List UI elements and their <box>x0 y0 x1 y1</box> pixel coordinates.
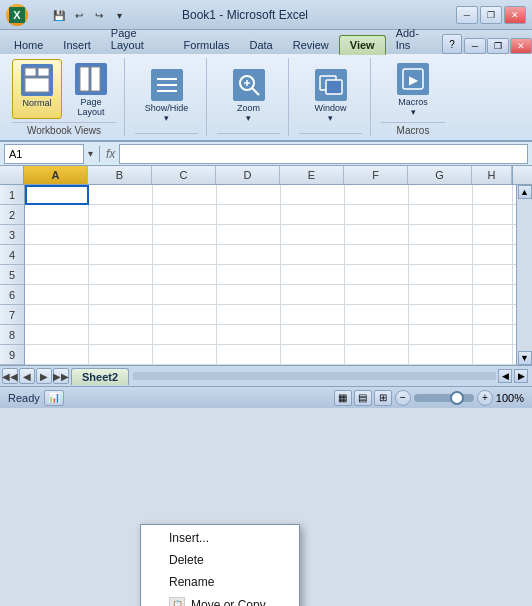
cell-c9[interactable] <box>153 345 217 365</box>
cell-g7[interactable] <box>409 305 473 325</box>
sheet-nav-last[interactable]: ▶▶ <box>53 368 69 384</box>
tab-formulas[interactable]: Formulas <box>174 36 240 54</box>
cell-a4[interactable] <box>25 245 89 265</box>
cell-h7[interactable] <box>473 305 513 325</box>
row-header-9[interactable]: 9 <box>0 345 24 365</box>
cell-f9[interactable] <box>345 345 409 365</box>
h-scroll-left[interactable]: ◀ <box>498 369 512 383</box>
cell-g3[interactable] <box>409 225 473 245</box>
tab-page-layout[interactable]: Page Layout <box>101 24 174 54</box>
cell-a1[interactable] <box>25 185 89 205</box>
cell-h3[interactable] <box>473 225 513 245</box>
menu-item-insert[interactable]: Insert... <box>141 527 299 549</box>
zoom-out-button[interactable]: − <box>395 390 411 406</box>
macros-button[interactable]: ▶ Macros ▾ <box>388 59 438 119</box>
minimize-button[interactable]: ─ <box>456 6 478 24</box>
zoom-slider-thumb[interactable] <box>450 391 464 405</box>
cell-a6[interactable] <box>25 285 89 305</box>
close-button[interactable]: ✕ <box>504 6 526 24</box>
normal-view-small-btn[interactable]: ▦ <box>334 390 352 406</box>
cell-b9[interactable] <box>89 345 153 365</box>
cell-g2[interactable] <box>409 205 473 225</box>
status-bar-icon[interactable]: 📊 <box>44 390 64 406</box>
name-box[interactable]: A1 <box>4 144 84 164</box>
cell-e9[interactable] <box>281 345 345 365</box>
zoom-slider[interactable] <box>414 394 474 402</box>
formula-expand-button[interactable]: ▾ <box>88 148 93 159</box>
window-button[interactable]: Window ▾ <box>306 65 356 125</box>
tab-data[interactable]: Data <box>239 36 282 54</box>
cell-c1[interactable] <box>153 185 217 205</box>
cell-d7[interactable] <box>217 305 281 325</box>
cell-b7[interactable] <box>89 305 153 325</box>
save-qa-button[interactable]: 💾 <box>50 6 68 24</box>
redo-qa-button[interactable]: ↪ <box>90 6 108 24</box>
cell-d3[interactable] <box>217 225 281 245</box>
cell-g9[interactable] <box>409 345 473 365</box>
cell-h6[interactable] <box>473 285 513 305</box>
cell-g4[interactable] <box>409 245 473 265</box>
ribbon-close-button[interactable]: ✕ <box>510 38 532 54</box>
cell-a7[interactable] <box>25 305 89 325</box>
h-scroll-track[interactable] <box>133 372 496 380</box>
tab-review[interactable]: Review <box>283 36 339 54</box>
cell-d9[interactable] <box>217 345 281 365</box>
cell-d8[interactable] <box>217 325 281 345</box>
cell-c7[interactable] <box>153 305 217 325</box>
tab-insert[interactable]: Insert <box>53 36 101 54</box>
cell-c4[interactable] <box>153 245 217 265</box>
undo-qa-button[interactable]: ↩ <box>70 6 88 24</box>
normal-view-button[interactable]: Normal <box>12 59 62 119</box>
cell-e2[interactable] <box>281 205 345 225</box>
row-header-6[interactable]: 6 <box>0 285 24 305</box>
cell-f4[interactable] <box>345 245 409 265</box>
col-header-f[interactable]: F <box>344 166 408 184</box>
zoom-in-button[interactable]: + <box>477 390 493 406</box>
row-header-4[interactable]: 4 <box>0 245 24 265</box>
cell-a8[interactable] <box>25 325 89 345</box>
page-layout-view-button[interactable]: Page Layout <box>66 59 116 119</box>
page-layout-small-btn[interactable]: ▤ <box>354 390 372 406</box>
vertical-scrollbar[interactable]: ▲ ▼ <box>516 185 532 365</box>
sheet-tab-sheet2[interactable]: Sheet2 <box>71 368 129 385</box>
cell-g8[interactable] <box>409 325 473 345</box>
cell-f8[interactable] <box>345 325 409 345</box>
cell-g6[interactable] <box>409 285 473 305</box>
cell-g5[interactable] <box>409 265 473 285</box>
page-break-small-btn[interactable]: ⊞ <box>374 390 392 406</box>
cell-h4[interactable] <box>473 245 513 265</box>
h-scroll-right[interactable]: ▶ <box>514 369 528 383</box>
cell-b6[interactable] <box>89 285 153 305</box>
cell-f6[interactable] <box>345 285 409 305</box>
tab-addins[interactable]: Add-Ins <box>386 24 438 54</box>
scroll-up-button[interactable]: ▲ <box>518 185 532 199</box>
cell-h1[interactable] <box>473 185 513 205</box>
row-header-8[interactable]: 8 <box>0 325 24 345</box>
sheet-nav-first[interactable]: ◀◀ <box>2 368 18 384</box>
row-header-3[interactable]: 3 <box>0 225 24 245</box>
cell-e5[interactable] <box>281 265 345 285</box>
cell-e8[interactable] <box>281 325 345 345</box>
cell-d6[interactable] <box>217 285 281 305</box>
cell-b3[interactable] <box>89 225 153 245</box>
col-header-b[interactable]: B <box>88 166 152 184</box>
cell-f1[interactable] <box>345 185 409 205</box>
cell-b2[interactable] <box>89 205 153 225</box>
col-header-c[interactable]: C <box>152 166 216 184</box>
cell-e4[interactable] <box>281 245 345 265</box>
restore-button[interactable]: ❐ <box>480 6 502 24</box>
col-header-d[interactable]: D <box>216 166 280 184</box>
cell-e7[interactable] <box>281 305 345 325</box>
corner-cell[interactable] <box>0 166 24 184</box>
cell-h2[interactable] <box>473 205 513 225</box>
customize-qa-button[interactable]: ▾ <box>110 6 128 24</box>
cell-c5[interactable] <box>153 265 217 285</box>
tab-home[interactable]: Home <box>4 36 53 54</box>
cell-e1[interactable] <box>281 185 345 205</box>
ribbon-minimize-button[interactable]: ─ <box>464 38 486 54</box>
zoom-button[interactable]: Zoom ▾ <box>224 65 274 125</box>
cell-h5[interactable] <box>473 265 513 285</box>
cell-b5[interactable] <box>89 265 153 285</box>
col-header-h[interactable]: H <box>472 166 512 184</box>
ribbon-restore-button[interactable]: ❐ <box>487 38 509 54</box>
